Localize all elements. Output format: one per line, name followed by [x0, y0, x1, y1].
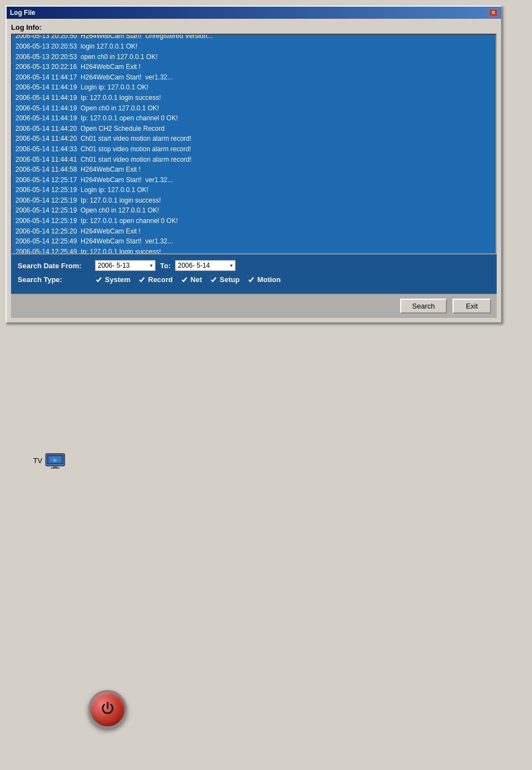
close-button[interactable] [489, 9, 498, 17]
svg-rect-3 [53, 466, 57, 468]
power-button[interactable] [88, 690, 127, 729]
checkbox-item-motion[interactable]: Motion [247, 275, 281, 284]
tv-label: TV [33, 456, 42, 465]
search-section: Search Date From: 2006- 5-13 2006- 5-14 … [11, 254, 497, 294]
date-from-wrapper[interactable]: 2006- 5-13 2006- 5-14 [95, 260, 156, 271]
checkbox-record[interactable] [138, 276, 146, 284]
checkbox-label-net: Net [190, 275, 202, 284]
checkbox-net[interactable] [180, 276, 188, 284]
checkbox-label-record: Record [148, 275, 173, 284]
date-to-wrapper[interactable]: 2006- 5-14 2006- 5-13 [175, 260, 236, 271]
log-info-label: Log Info: [11, 23, 497, 31]
checkbox-label-setup: Setup [220, 275, 240, 284]
button-row: Search Exit [11, 294, 497, 318]
log-text-content: 2006-05-13 12:37:46 H264WebCam Start! Un… [12, 34, 496, 254]
log-content-area[interactable]: 2006-05-13 12:37:46 H264WebCam Start! Un… [11, 34, 497, 254]
log-file-window: Log File Log Info: 2006-05-13 12:37:46 H… [6, 6, 502, 323]
checkbox-motion[interactable] [247, 276, 255, 284]
checkbox-label-system: System [105, 275, 130, 284]
tv-area: TV [33, 453, 65, 468]
date-from-label: Search Date From: [18, 262, 95, 270]
date-from-select[interactable]: 2006- 5-13 2006- 5-14 [95, 260, 156, 271]
checkbox-label-motion: Motion [257, 275, 281, 284]
window-title: Log File [10, 9, 35, 17]
power-button-area [88, 690, 127, 729]
power-icon [99, 701, 116, 718]
exit-button[interactable]: Exit [453, 299, 491, 314]
to-label: To: [160, 262, 171, 270]
title-bar: Log File [7, 7, 501, 19]
window-body: Log Info: 2006-05-13 12:37:46 H264WebCam… [7, 19, 501, 322]
checkbox-item-net[interactable]: Net [180, 275, 202, 284]
checkbox-setup[interactable] [210, 276, 217, 284]
checkbox-item-system[interactable]: System [95, 275, 130, 284]
date-to-select[interactable]: 2006- 5-14 2006- 5-13 [175, 260, 236, 271]
checkbox-system[interactable] [95, 276, 103, 284]
checkbox-group: SystemRecordNetSetupMotion [95, 275, 281, 284]
checkbox-item-record[interactable]: Record [138, 275, 173, 284]
search-button[interactable]: Search [400, 299, 447, 314]
search-type-label: Search Type: [18, 275, 95, 284]
tv-icon[interactable] [45, 453, 65, 468]
date-search-row: Search Date From: 2006- 5-13 2006- 5-14 … [18, 260, 490, 271]
search-type-row: Search Type: SystemRecordNetSetupMotion [18, 275, 490, 284]
checkbox-item-setup[interactable]: Setup [210, 275, 240, 284]
svg-rect-4 [51, 468, 60, 469]
tv-icon-svg [45, 453, 66, 469]
